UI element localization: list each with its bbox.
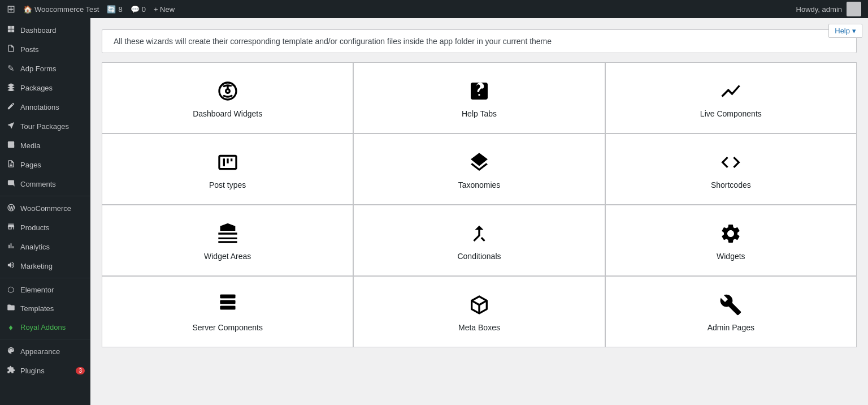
sidebar-label-pages: Pages bbox=[20, 161, 85, 169]
sidebar-item-royal-addons[interactable]: ♦ Royal Addons bbox=[0, 318, 90, 337]
grid-item-live-components[interactable]: Live Components bbox=[605, 62, 857, 133]
grid-item-admin-pages[interactable]: Admin Pages bbox=[605, 276, 857, 347]
sidebar-label-media: Media bbox=[20, 141, 85, 150]
sidebar-item-dashboard[interactable]: Dashboard bbox=[0, 20, 90, 40]
sidebar-item-plugins[interactable]: Plugins 3 bbox=[0, 361, 90, 380]
pages-icon bbox=[6, 160, 16, 170]
grid-item-conditionals[interactable]: Conditionals bbox=[353, 205, 605, 276]
widgets-label: Widgets bbox=[717, 252, 745, 261]
grid-item-taxonomies[interactable]: Taxonomies bbox=[353, 133, 605, 205]
chart-line-icon bbox=[719, 80, 742, 102]
sidebar-item-templates[interactable]: Templates bbox=[0, 299, 90, 318]
sidebar-item-appearance[interactable]: Appearance bbox=[0, 342, 90, 361]
wp-logo-icon[interactable]: ⊞ bbox=[7, 3, 15, 15]
marketing-icon bbox=[6, 261, 16, 271]
live-components-label: Live Components bbox=[700, 109, 762, 118]
sidebar-label-dashboard: Dashboard bbox=[20, 26, 85, 35]
shortcodes-label: Shortcodes bbox=[711, 180, 751, 189]
adp-forms-icon: ✎ bbox=[6, 63, 16, 74]
sidebar-item-marketing[interactable]: Marketing bbox=[0, 256, 90, 275]
packages-icon bbox=[6, 83, 16, 93]
dashboard-widgets-label: Dashboard Widgets bbox=[193, 109, 262, 118]
sidebar-label-adp-forms: Adp Forms bbox=[20, 64, 85, 73]
grid-item-help-tabs[interactable]: Help Tabs bbox=[353, 62, 605, 133]
dashboard-icon bbox=[6, 25, 16, 35]
sidebar-divider-3 bbox=[0, 339, 90, 339]
sidebar-item-elementor[interactable]: ⬡ Elementor bbox=[0, 281, 90, 299]
sidebar-item-analytics[interactable]: Analytics bbox=[0, 237, 90, 256]
svg-rect-0 bbox=[7, 26, 10, 29]
products-icon bbox=[6, 222, 16, 232]
sidebar-item-posts[interactable]: Posts bbox=[0, 40, 90, 59]
svg-point-9 bbox=[231, 295, 233, 297]
updates-item[interactable]: 🔄 8 bbox=[107, 5, 122, 14]
sidebar: Dashboard Posts ✎ Adp Forms Packages Ann… bbox=[0, 18, 90, 405]
sidebar-divider-1 bbox=[0, 196, 90, 196]
sidebar-label-marketing: Marketing bbox=[20, 262, 85, 270]
sidebar-item-media[interactable]: Media bbox=[0, 136, 90, 155]
home-icon: 🏠 bbox=[23, 5, 32, 14]
speedometer-icon bbox=[216, 80, 239, 102]
help-box-icon bbox=[468, 80, 491, 102]
grid-item-meta-boxes[interactable]: Meta Boxes bbox=[353, 276, 605, 347]
appearance-icon bbox=[6, 346, 16, 356]
svg-point-10 bbox=[231, 301, 233, 303]
post-types-label: Post types bbox=[209, 180, 246, 189]
main-content: Help ▾ All these wizards will create the… bbox=[90, 18, 868, 405]
notice-text: All these wizards will create their corr… bbox=[114, 37, 552, 46]
sidebar-label-plugins: Plugins bbox=[20, 367, 71, 375]
comments-item[interactable]: 💬 0 bbox=[131, 5, 146, 14]
grid-item-widget-areas[interactable]: Widget Areas bbox=[102, 205, 353, 276]
admin-bar: ⊞ 🏠 Woocommerce Test 🔄 8 💬 0 + New Howdy… bbox=[0, 0, 868, 18]
conditionals-label: Conditionals bbox=[457, 252, 501, 261]
notice-bar: All these wizards will create their corr… bbox=[102, 29, 857, 53]
grid-item-post-types[interactable]: Post types bbox=[102, 133, 353, 205]
plugins-badge: 3 bbox=[76, 367, 85, 374]
grid-item-server-components[interactable]: Server Components bbox=[102, 276, 353, 347]
grid-item-shortcodes[interactable]: Shortcodes bbox=[605, 133, 857, 205]
sidebar-item-comments[interactable]: Comments bbox=[0, 174, 90, 193]
contact-card-icon bbox=[216, 151, 239, 174]
site-name[interactable]: 🏠 Woocommerce Test bbox=[23, 5, 99, 14]
help-button[interactable]: Help ▾ bbox=[828, 24, 862, 38]
tour-packages-icon bbox=[6, 121, 16, 131]
svg-point-5 bbox=[9, 143, 10, 144]
sidebar-item-woocommerce[interactable]: Ⓦ WooCommerce bbox=[0, 199, 90, 218]
royal-addons-icon: ♦ bbox=[6, 322, 16, 332]
grid-item-widgets[interactable]: Widgets bbox=[605, 205, 857, 276]
sidebar-item-annotations[interactable]: Annotations bbox=[0, 97, 90, 117]
posts-icon bbox=[6, 44, 16, 54]
help-label: Help bbox=[835, 27, 850, 35]
svg-rect-3 bbox=[11, 29, 14, 32]
woocommerce-icon: Ⓦ bbox=[6, 203, 16, 213]
sidebar-divider-2 bbox=[0, 278, 90, 278]
sidebar-item-adp-forms[interactable]: ✎ Adp Forms bbox=[0, 59, 90, 78]
updates-icon: 🔄 bbox=[107, 5, 116, 14]
sidebar-item-products[interactable]: Products bbox=[0, 218, 90, 237]
sidebar-label-templates: Templates bbox=[20, 304, 85, 313]
taxonomies-label: Taxonomies bbox=[458, 180, 501, 189]
comments-icon: 💬 bbox=[131, 5, 140, 14]
sidebar-label-comments: Comments bbox=[20, 180, 85, 188]
new-item[interactable]: + New bbox=[154, 5, 175, 14]
gear-icon bbox=[719, 222, 742, 245]
elementor-icon: ⬡ bbox=[6, 285, 16, 294]
wrench-screwdriver-icon bbox=[719, 294, 742, 316]
sidebar-item-pages[interactable]: Pages bbox=[0, 155, 90, 174]
sidebar-item-tour-packages[interactable]: Tour Packages bbox=[0, 117, 90, 136]
comments-side-icon bbox=[6, 179, 16, 189]
avatar bbox=[847, 2, 861, 16]
server-components-label: Server Components bbox=[192, 323, 263, 332]
sidebar-label-royal-addons: Royal Addons bbox=[20, 323, 85, 331]
admin-pages-label: Admin Pages bbox=[708, 323, 754, 332]
widget-areas-label: Widget Areas bbox=[204, 252, 251, 261]
sidebar-label-posts: Posts bbox=[20, 45, 85, 54]
code-icon bbox=[719, 151, 742, 174]
grid-item-dashboard-widgets[interactable]: Dashboard Widgets bbox=[102, 62, 353, 133]
sidebar-label-woocommerce: WooCommerce bbox=[20, 204, 85, 213]
help-chevron-icon: ▾ bbox=[852, 27, 856, 35]
sidebar-item-packages[interactable]: Packages bbox=[0, 78, 90, 97]
annotations-icon bbox=[6, 102, 16, 112]
sidebar-label-packages: Packages bbox=[20, 84, 85, 92]
howdy-text: Howdy, admin bbox=[796, 5, 842, 14]
